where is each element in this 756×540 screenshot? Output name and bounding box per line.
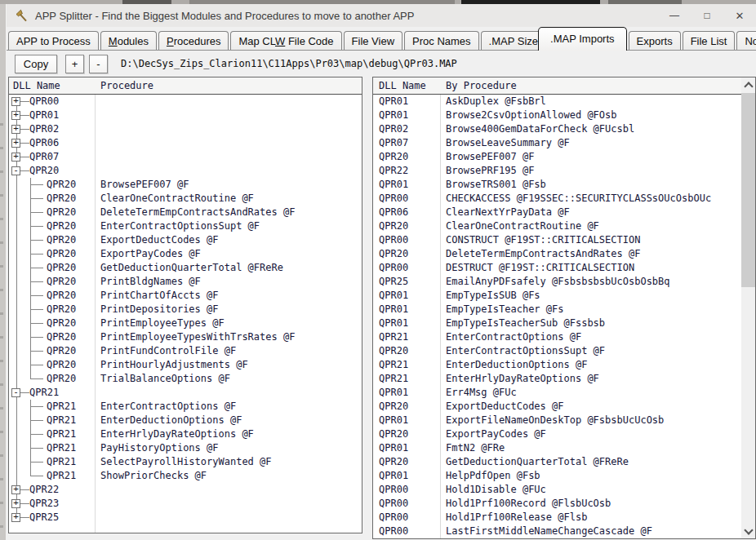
import-row[interactable]: QPR01Browse2CsvOptionAllowed @FOsb — [373, 108, 741, 122]
column-header-by-procedure[interactable]: By Procedure — [440, 80, 517, 91]
tree-child-row[interactable]: QPR20EnterContractOptionsSupt @F — [9, 219, 362, 233]
import-row[interactable]: QPR00Hold1Disable @FUc — [373, 483, 741, 497]
import-row[interactable]: QPR20GetDeductionQuarterTotal @FReRe — [373, 455, 741, 469]
tab-map-clw-file-code[interactable]: Map CLW File Code — [230, 31, 341, 50]
import-row[interactable]: QPR21EnterContractOptions @F — [373, 330, 741, 344]
tree-child-row[interactable]: QPR21ShowPriorChecks @F — [9, 469, 362, 483]
import-row[interactable]: QPR01HelpPdfOpen @Fsb — [373, 469, 741, 483]
remove-button[interactable]: - — [89, 55, 108, 73]
expand-box-icon[interactable]: + — [11, 125, 20, 134]
import-row[interactable]: QPR00LastFirstMiddleNameChangeCascade @F — [373, 525, 741, 538]
tree-child-row[interactable]: QPR20ExportPayCodes @F — [9, 247, 362, 261]
tab-proc-names[interactable]: Proc Names — [404, 31, 479, 50]
tab-file-list[interactable]: File List — [683, 31, 736, 50]
tab-exports[interactable]: Exports — [629, 31, 681, 50]
tree-child-row[interactable]: QPR20PrintFundControlFile @F — [9, 344, 362, 358]
tree-child-row[interactable]: QPR20GetDeductionQuarterTotal @FReRe — [9, 261, 362, 275]
tree-child-row[interactable]: QPR20PrintChartOfAccts @F — [9, 289, 362, 303]
import-row[interactable]: QPR00DESTRUCT @F19ST::CRITICALSECTION — [373, 261, 741, 275]
tree-child-row[interactable]: QPR21EnterContractOptions @F — [9, 400, 362, 414]
tree-parent-row[interactable]: +QPR02 — [9, 122, 362, 136]
import-row[interactable]: QPR00Hold1Prf100Record @FlsbUcOsb — [373, 497, 741, 511]
vertical-scrollbar[interactable] — [741, 77, 755, 538]
import-row[interactable]: QPR00CONSTRUCT @F19ST::CRITICALSECTION — [373, 233, 741, 247]
import-row[interactable]: QPR21EnterDeductionOptions @F — [373, 358, 741, 372]
scroll-down-button[interactable] — [741, 525, 755, 538]
import-row[interactable]: QPR01ExportFileNameOnDeskTop @FsbsbUcUcO… — [373, 414, 741, 427]
import-row[interactable]: QPR01EmpTypeIsTeacherSub @Fssbsb — [373, 316, 741, 330]
add-button[interactable]: + — [65, 55, 84, 73]
expand-box-icon[interactable]: + — [11, 97, 20, 106]
expand-box-icon[interactable]: + — [11, 513, 20, 522]
scrollbar-thumb[interactable] — [741, 93, 755, 287]
tree-parent-row[interactable]: -QPR21 — [9, 386, 362, 400]
tree-child-row[interactable]: QPR21SelectPayrollHistoryWanted @F — [9, 455, 362, 469]
tree-child-row[interactable]: QPR20TrialBalanceOptions @F — [9, 372, 362, 386]
tree-child-row[interactable]: QPR20BrowsePEF007 @F — [9, 178, 362, 192]
tree-child-row[interactable]: QPR20ExportDeductCodes @F — [9, 233, 362, 247]
expand-box-icon[interactable]: + — [11, 499, 20, 508]
import-row[interactable]: QPR25EmailAnyPDFsafely @FsbsbsbsbUcOsbOs… — [373, 275, 741, 289]
tree-parent-row[interactable]: +QPR22 — [9, 483, 362, 497]
tab-procedures[interactable]: Procedures — [158, 31, 229, 50]
tree-parent-row[interactable]: +QPR01 — [9, 108, 362, 122]
collapse-box-icon[interactable]: - — [11, 388, 20, 397]
expand-box-icon[interactable]: + — [11, 111, 20, 120]
dll-name-cell: QPR01 — [373, 95, 440, 108]
expand-box-icon[interactable]: + — [11, 139, 20, 148]
import-row[interactable]: QPR20ExportPayCodes @F — [373, 427, 741, 441]
import-row[interactable]: QPR00CHECKACCESS @F19SSEC::SECURITYCLASS… — [373, 192, 741, 206]
import-row[interactable]: QPR00Hold1Prf100Release @Flsb — [373, 511, 741, 525]
tree-child-row[interactable]: QPR20PrintHourlyAdjustments @F — [9, 358, 362, 372]
import-row[interactable]: QPR02Browse400GemDataForCheck @FUcsbl — [373, 122, 741, 136]
import-row[interactable]: QPR20DeleteTermEmpContractsAndRates @F — [373, 247, 741, 261]
import-row[interactable]: QPR20ClearOneContractRoutine @F — [373, 219, 741, 233]
tab-file-view[interactable]: File View — [344, 31, 403, 50]
tree-parent-row[interactable]: +QPR00 — [9, 95, 362, 108]
tree-parent-row[interactable]: +QPR25 — [9, 511, 362, 525]
import-row[interactable]: QPR01Err4Msg @FUc — [373, 386, 741, 400]
tab-notes[interactable]: Notes — [736, 31, 756, 50]
import-row[interactable]: QPR01EmpTypeIsSUB @Fs — [373, 289, 741, 303]
tree-child-row[interactable]: QPR20PrintDepositories @F — [9, 303, 362, 316]
tree-child-row[interactable]: QPR20PrintEmployeeTypes @F — [9, 316, 362, 330]
column-header-procedure[interactable]: Procedure — [95, 80, 153, 91]
import-row[interactable]: QPR01EmpTypeIsTeacher @Fs — [373, 303, 741, 316]
tree-child-row[interactable]: QPR21EnterHrlyDayRateOptions @F — [9, 427, 362, 441]
scroll-up-button[interactable] — [741, 77, 755, 91]
import-row[interactable]: QPR20EnterContractOptionsSupt @F — [373, 344, 741, 358]
import-row[interactable]: QPR22BrowsePRF195 @F — [373, 164, 741, 178]
expand-box-icon[interactable]: + — [11, 153, 20, 162]
tree-child-row[interactable]: QPR20PrintEmployeeTypesWithTrsRates @F — [9, 330, 362, 344]
tree-parent-row[interactable]: +QPR06 — [9, 136, 362, 150]
import-row[interactable]: QPR01FmtN2 @FRe — [373, 441, 741, 455]
column-header-dll-name[interactable]: DLL Name — [9, 80, 95, 91]
tab-map-size[interactable]: .MAP Size — [481, 31, 546, 50]
dll-name-cell: QPR20 — [9, 178, 95, 192]
import-row[interactable]: QPR21EnterHrlyDayRateOptions @F — [373, 372, 741, 386]
import-row[interactable]: QPR01AskDuplex @FsbBrl — [373, 95, 741, 108]
tree-parent-row[interactable]: +QPR07 — [9, 150, 362, 164]
import-row[interactable]: QPR01BrowseTRS001 @Fsb — [373, 178, 741, 192]
tree-child-row[interactable]: QPR21EnterDeductionOptions @F — [9, 414, 362, 427]
copy-button[interactable]: Copy — [15, 55, 57, 73]
tab-app-to-process[interactable]: APP to Process — [8, 31, 99, 50]
maximize-button[interactable]: □ — [691, 4, 723, 27]
import-row[interactable]: QPR07BrowseLeaveSummary @F — [373, 136, 741, 150]
tree-parent-row[interactable]: -QPR20 — [9, 164, 362, 178]
tree-child-row[interactable]: QPR20DeleteTermEmpContractsAndRates @F — [9, 206, 362, 219]
tab-map-imports[interactable]: .MAP Imports — [538, 27, 627, 51]
tree-child-row[interactable]: QPR20PrintBldgNames @F — [9, 275, 362, 289]
tab-modules[interactable]: Modules — [100, 31, 157, 50]
tree-child-row[interactable]: QPR20ClearOneContractRoutine @F — [9, 192, 362, 206]
import-row[interactable]: QPR20BrowsePEF007 @F — [373, 150, 741, 164]
tree-child-row[interactable]: QPR21PayHistoryOptions @F — [9, 441, 362, 455]
column-header-dll-name[interactable]: DLL Name — [373, 80, 440, 91]
import-row[interactable]: QPR06ClearNextYrPayData @F — [373, 206, 741, 219]
collapse-box-icon[interactable]: - — [11, 166, 20, 175]
tree-parent-row[interactable]: +QPR23 — [9, 497, 362, 511]
minimize-button[interactable]: — — [658, 4, 691, 27]
close-button[interactable]: ✕ — [723, 4, 756, 27]
expand-box-icon[interactable]: + — [11, 485, 20, 494]
import-row[interactable]: QPR20ExportDeductCodes @F — [373, 400, 741, 414]
